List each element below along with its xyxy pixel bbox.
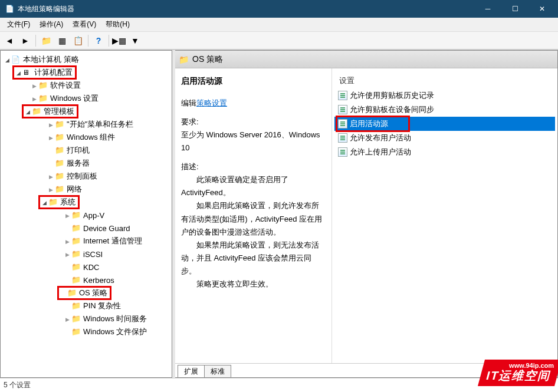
tree-network[interactable]: 网络 — [2, 183, 170, 196]
description-p4: 策略更改将立即生效。 — [181, 278, 326, 291]
setting-item-clipboard-history[interactable]: 允许使用剪贴板历史记录 — [334, 88, 555, 103]
tree-internet-comm[interactable]: Internet 通信管理 — [2, 235, 170, 248]
expand-icon[interactable] — [14, 70, 22, 76]
folder-icon — [55, 159, 65, 168]
menu-view[interactable]: 查看(V) — [68, 18, 101, 31]
tree-device-guard[interactable]: Device Guard — [2, 222, 170, 235]
tab-standard[interactable]: 标准 — [204, 365, 231, 378]
toolbar-separator — [88, 35, 88, 47]
tree-root[interactable]: 本地计算机 策略 — [2, 53, 170, 66]
tree-label: iSCSI — [83, 250, 103, 259]
tree-control-panel[interactable]: 控制面板 — [2, 170, 170, 183]
tree-start-menu[interactable]: "开始"菜单和任务栏 — [2, 118, 170, 131]
properties-button[interactable]: ▶▦ — [112, 34, 126, 48]
menu-bar: 文件(F) 操作(A) 查看(V) 帮助(H) — [0, 18, 558, 32]
tree-printers[interactable]: 打印机 — [2, 144, 170, 157]
tree-windows-settings[interactable]: Windows 设置 — [2, 92, 170, 105]
tree-os-policy[interactable]: OS 策略 — [2, 286, 170, 299]
menu-help[interactable]: 帮助(H) — [101, 18, 134, 31]
menu-file[interactable]: 文件(F) — [2, 18, 35, 31]
tree-label: Windows 时间服务 — [83, 314, 147, 324]
close-button[interactable]: ✕ — [529, 0, 556, 18]
folder-icon — [55, 172, 65, 181]
tree-servers[interactable]: 服务器 — [2, 157, 170, 170]
expand-icon[interactable] — [40, 199, 48, 206]
show-hide-tree-button[interactable]: ▦ — [55, 34, 69, 48]
expand-icon[interactable] — [47, 121, 55, 128]
policy-icon — [11, 55, 22, 64]
edit-link-row: 编辑策略设置 — [181, 97, 326, 110]
status-text: 5 个设置 — [4, 380, 31, 390]
toolbar-separator — [109, 35, 109, 47]
policy-doc-icon — [338, 91, 347, 100]
up-button[interactable]: 📁 — [39, 34, 53, 48]
content-area: 本地计算机 策略 计算机配置 软件设置 Windows 设置 管理模板 — [0, 50, 558, 378]
folder-icon — [71, 275, 82, 285]
expand-icon[interactable] — [24, 108, 32, 115]
expand-icon[interactable] — [30, 95, 38, 102]
tree-kerberos[interactable]: Kerberos — [2, 274, 170, 286]
tab-extended[interactable]: 扩展 — [178, 365, 205, 378]
expand-icon[interactable] — [47, 186, 55, 193]
policy-doc-icon — [338, 147, 347, 157]
minimize-button[interactable]: ─ — [474, 0, 501, 18]
folder-icon — [38, 94, 49, 103]
description-p3: 如果禁用此策略设置，则无法发布活动，并且 ActivityFeed 应该会禁用云… — [181, 239, 326, 278]
tree-label: 系统 — [60, 197, 76, 207]
setting-item-publish-activity[interactable]: 允许发布用户活动 — [334, 131, 555, 145]
tree-windows-file-protect[interactable]: Windows 文件保护 — [2, 325, 170, 338]
setting-item-activity-feed[interactable]: 启用活动源 — [334, 117, 555, 131]
window-controls: ─ ☐ ✕ — [474, 0, 556, 18]
folder-icon — [55, 120, 65, 129]
setting-label: 允许使用剪贴板历史记录 — [350, 90, 434, 101]
maximize-button[interactable]: ☐ — [501, 0, 529, 18]
tree-kdc[interactable]: KDC — [2, 261, 170, 274]
folder-icon — [71, 262, 82, 272]
tree-system[interactable]: 系统 — [2, 196, 170, 209]
tree-windows-time[interactable]: Windows 时间服务 — [2, 312, 170, 325]
tree-appv[interactable]: App-V — [2, 209, 170, 222]
folder-icon — [71, 249, 82, 259]
setting-item-clipboard-sync[interactable]: 允许剪贴板在设备间同步 — [334, 103, 555, 117]
watermark-text: IT运维空间 — [485, 369, 553, 382]
folder-icon — [71, 210, 82, 220]
tree-iscsi[interactable]: iSCSI — [2, 248, 170, 261]
expand-icon[interactable] — [3, 57, 11, 63]
setting-item-upload-activity[interactable]: 允许上传用户活动 — [334, 145, 555, 159]
policy-doc-icon — [338, 105, 347, 114]
watermark: www.94ip.com IT运维空间 — [478, 360, 558, 386]
folder-icon — [48, 197, 59, 207]
policy-doc-icon — [338, 133, 347, 143]
tree-software-settings[interactable]: 软件设置 — [2, 79, 170, 92]
tree-label: App-V — [83, 211, 104, 220]
tree-label: 计算机配置 — [34, 67, 73, 78]
tree-pin-complexity[interactable]: PIN 复杂性 — [2, 299, 170, 312]
folder-icon — [55, 133, 65, 142]
tree-admin-templates[interactable]: 管理模板 — [2, 105, 170, 118]
tree-windows-components[interactable]: Windows 组件 — [2, 131, 170, 144]
expand-icon[interactable] — [63, 238, 71, 245]
tree-computer-config[interactable]: 计算机配置 — [2, 66, 170, 79]
expand-icon[interactable] — [63, 316, 71, 322]
export-list-button[interactable]: 📋 — [71, 34, 85, 48]
tree-pane[interactable]: 本地计算机 策略 计算机配置 软件设置 Windows 设置 管理模板 — [0, 50, 172, 378]
tree-label: Internet 通信管理 — [83, 236, 142, 246]
description-section: 描述: 此策略设置确定是否启用了ActivityFeed。 如果启用此策略设置，… — [181, 160, 326, 291]
folder-icon — [71, 223, 82, 233]
expand-icon[interactable] — [63, 212, 71, 219]
expand-icon[interactable] — [47, 134, 55, 141]
tree-label: Windows 文件保护 — [83, 327, 147, 337]
back-button[interactable]: ◄ — [2, 34, 17, 48]
tree-root-label: 本地计算机 策略 — [23, 54, 79, 65]
help-button[interactable]: ? — [91, 34, 106, 48]
filter-button[interactable]: ▼ — [128, 34, 142, 48]
expand-icon[interactable] — [47, 173, 55, 180]
settings-header[interactable]: 设置 — [334, 73, 555, 88]
setting-label: 允许发布用户活动 — [350, 133, 411, 143]
expand-icon[interactable] — [63, 251, 71, 258]
folder-icon — [32, 107, 42, 116]
edit-policy-link[interactable]: 策略设置 — [196, 98, 227, 107]
expand-icon[interactable] — [30, 83, 38, 89]
forward-button[interactable]: ► — [18, 34, 32, 48]
menu-action[interactable]: 操作(A) — [35, 18, 68, 31]
